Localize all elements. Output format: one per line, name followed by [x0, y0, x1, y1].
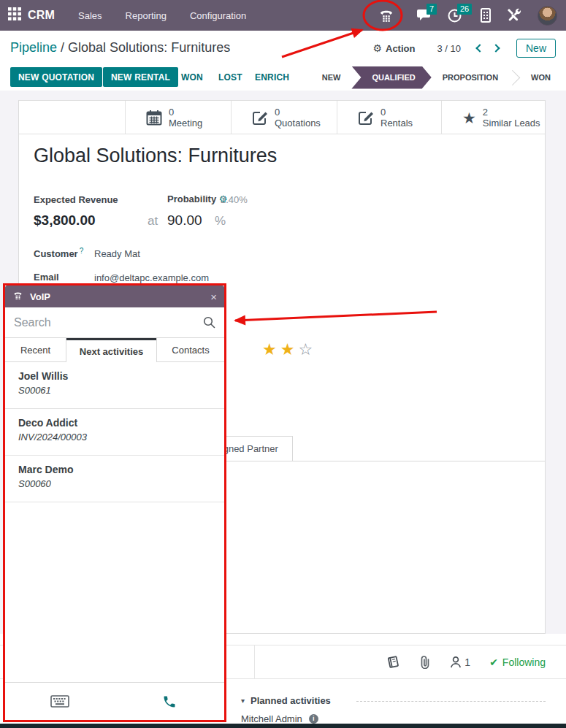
pager-previous-icon[interactable] [475, 44, 483, 52]
top-navbar: CRM Sales Reporting Configuration 7 [0, 0, 566, 31]
enrich-button[interactable]: ENRICH [255, 67, 289, 87]
list-item[interactable]: Marc Demo S00060 [5, 456, 224, 502]
close-icon[interactable]: × [210, 291, 217, 302]
voip-header[interactable]: VoIP × [5, 286, 224, 307]
email-value[interactable]: info@deltapc.example.com [94, 272, 209, 283]
contact-reference: S00061 [18, 385, 224, 396]
new-record-button[interactable]: New [516, 39, 556, 58]
edit-note-icon [358, 110, 374, 126]
stat-count: 0 [275, 107, 321, 118]
star-outline-icon[interactable]: ☆ [298, 342, 313, 358]
stage-pipeline: NEW QUALIFIED PROPOSITION WON [313, 66, 560, 89]
breadcrumb-separator: / [57, 40, 68, 55]
stat-button-row: 0Meeting 0Quotations 0Rentals ★ 2Similar… [19, 101, 545, 134]
contact-reference: INV/2024/00003 [18, 432, 224, 442]
stage-qualified-active[interactable]: QUALIFIED [351, 66, 431, 89]
activities-badge: 26 [457, 4, 472, 15]
followers-icon[interactable]: 1 [450, 656, 470, 668]
control-panel-right: ⚙ Action 3 / 10 New [372, 31, 556, 66]
attachment-paperclip-icon[interactable] [419, 656, 431, 669]
call-phone-icon[interactable] [115, 694, 224, 709]
bottom-edge-bar [0, 724, 566, 728]
stat-label: Rentals [380, 118, 413, 129]
voip-popup: VoIP × Recent Next activities Contacts J… [3, 283, 226, 722]
gear-icon: ⚙ [372, 42, 382, 54]
user-avatar[interactable] [538, 6, 557, 26]
contact-name: Joel Willis [18, 370, 224, 382]
won-button[interactable]: WON [181, 67, 203, 87]
voip-title: VoIP [30, 291, 50, 302]
expected-revenue-value[interactable]: $3,800.00 [34, 212, 96, 229]
lead-title[interactable]: Global Solutions: Furnitures [34, 145, 277, 167]
list-item[interactable]: Deco Addict INV/2024/00003 [5, 409, 224, 456]
percent-sign: % [215, 214, 226, 229]
email-label: Email [34, 272, 59, 283]
pager-next-icon[interactable] [492, 44, 500, 52]
contact-reference: S00060 [18, 478, 224, 489]
stage-separator-chevron-icon [505, 69, 520, 85]
voip-tabs: Recent Next activities Contacts [5, 338, 224, 362]
star-filled-icon[interactable]: ★ [280, 342, 295, 358]
voip-activity-list: Joel Willis S00061 Deco Addict INV/2024/… [5, 362, 224, 682]
chatter-divider [254, 645, 255, 678]
new-rental-button[interactable]: NEW RENTAL [103, 67, 178, 87]
action-label: Action [386, 43, 415, 54]
message-author: Mitchell Admin i [241, 713, 318, 724]
voip-search-bar [5, 307, 224, 338]
search-icon[interactable] [203, 316, 215, 329]
odoo-crm-screen: CRM Sales Reporting Configuration 7 [0, 0, 566, 728]
search-input[interactable] [14, 316, 203, 329]
voip-footer [5, 682, 224, 720]
stat-count: 0 [169, 107, 202, 118]
probability-input[interactable]: 90.00 [167, 212, 202, 229]
stage-won[interactable]: WON [521, 73, 560, 82]
following-label: Following [502, 656, 546, 668]
control-panel: Pipeline / Global Solutions: Furnitures … [0, 31, 566, 66]
star-filled-icon[interactable]: ★ [262, 342, 277, 358]
record-pager: 3 / 10 [437, 43, 461, 54]
stat-button-quotations[interactable]: 0Quotations [231, 101, 337, 134]
keypad-icon[interactable] [5, 695, 115, 708]
tab-next-activities-active[interactable]: Next activities [66, 338, 156, 362]
lost-button[interactable]: LOST [218, 67, 242, 87]
check-icon: ✔ [489, 656, 498, 668]
stage-new[interactable]: NEW [313, 73, 351, 82]
action-menu-button[interactable]: ⚙ Action [372, 42, 415, 54]
followers-count: 1 [464, 656, 470, 668]
author-name[interactable]: Mitchell Admin [241, 713, 302, 724]
activities-clock-icon[interactable]: 26 [448, 9, 462, 23]
menu-sales[interactable]: Sales [78, 10, 102, 21]
apps-grid-icon[interactable] [8, 7, 21, 23]
menu-reporting[interactable]: Reporting [126, 10, 167, 21]
stat-label: Similar Leads [483, 118, 540, 129]
planned-activities-toggle[interactable]: ▾ Planned activities [241, 695, 331, 706]
info-icon: i [309, 714, 318, 724]
new-quotation-button[interactable]: NEW QUOTATION [10, 67, 102, 87]
probability-label: Probability ⚙ [167, 194, 227, 204]
menu-configuration[interactable]: Configuration [190, 10, 246, 21]
developer-tools-icon[interactable] [507, 8, 521, 23]
caret-down-icon: ▾ [241, 697, 245, 705]
following-button[interactable]: ✔ Following [489, 656, 546, 668]
planned-activities-label: Planned activities [251, 695, 331, 706]
contact-name: Deco Addict [18, 417, 224, 429]
mobile-device-icon[interactable] [481, 8, 491, 23]
stage-proposition[interactable]: PROPOSITION [433, 73, 508, 82]
stat-button-similar-leads[interactable]: ★ 2Similar Leads [441, 101, 545, 134]
messages-icon[interactable]: 7 [417, 9, 432, 22]
tab-recent[interactable]: Recent [5, 338, 66, 362]
breadcrumb-pipeline-link[interactable]: Pipeline [10, 40, 57, 55]
voip-phone-icon[interactable] [378, 7, 395, 24]
at-word: at [148, 214, 158, 229]
customer-label: Customer? [34, 247, 83, 259]
app-name[interactable]: CRM [28, 9, 55, 22]
stat-button-rentals[interactable]: 0Rentals [337, 101, 441, 134]
messages-badge: 7 [427, 4, 437, 15]
tab-contacts[interactable]: Contacts [156, 338, 224, 362]
calendar-icon [146, 110, 162, 126]
priority-stars[interactable]: ★ ★ ☆ [262, 342, 313, 358]
log-note-book-icon[interactable] [387, 656, 400, 668]
customer-value[interactable]: Ready Mat [94, 248, 140, 259]
stat-button-meeting[interactable]: 0Meeting [125, 101, 231, 134]
list-item[interactable]: Joel Willis S00061 [5, 362, 224, 409]
